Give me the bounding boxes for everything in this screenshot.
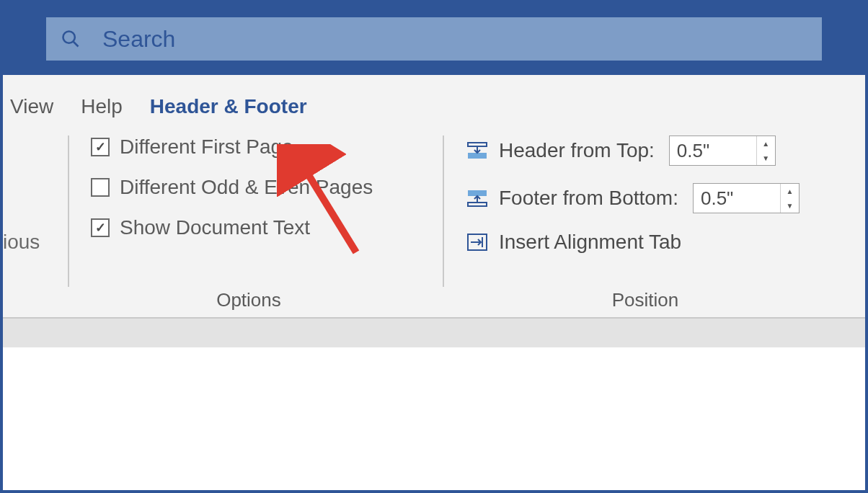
different-odd-even-row[interactable]: Different Odd & Even Pages — [91, 176, 414, 199]
tab-view[interactable]: View — [3, 91, 74, 123]
search-box[interactable]: Search — [46, 17, 822, 61]
header-from-top-value[interactable]: 0.5" — [670, 136, 756, 165]
show-document-text-checkbox[interactable]: ✓ — [91, 218, 110, 237]
footer-from-bottom-row: Footer from Bottom: 0.5" ▲ ▼ — [466, 183, 832, 213]
tab-header-footer[interactable]: Header & Footer — [143, 91, 327, 123]
ribbon: ious ✓ Different First Page Different Od… — [3, 123, 865, 319]
footer-from-bottom-up[interactable]: ▲ — [781, 184, 799, 198]
show-document-text-label: Show Document Text — [120, 216, 310, 239]
document-gray-strip — [3, 319, 865, 347]
different-first-page-row[interactable]: ✓ Different First Page — [91, 136, 414, 159]
footer-from-bottom-label: Footer from Bottom: — [499, 187, 678, 210]
header-from-top-label: Header from Top: — [499, 139, 655, 162]
header-from-top-up[interactable]: ▲ — [757, 136, 775, 151]
different-odd-even-label: Different Odd & Even Pages — [120, 176, 373, 199]
show-document-text-row[interactable]: ✓ Show Document Text — [91, 216, 414, 239]
different-first-page-checkbox[interactable]: ✓ — [91, 138, 110, 156]
svg-point-0 — [63, 32, 75, 43]
different-first-page-label: Different First Page — [120, 136, 293, 159]
group-label-position: Position — [444, 289, 846, 311]
group-label-options: Options — [69, 289, 428, 311]
footer-from-bottom-down[interactable]: ▼ — [781, 198, 799, 213]
footer-from-bottom-value[interactable]: 0.5" — [694, 184, 780, 213]
insert-alignment-tab-icon — [466, 232, 489, 252]
title-bar: Search — [3, 3, 865, 75]
insert-alignment-tab-row[interactable]: Insert Alignment Tab — [466, 231, 832, 254]
ribbon-tabs: View Help Header & Footer — [3, 75, 865, 123]
cut-off-text: ious — [3, 231, 40, 254]
insert-alignment-tab-label: Insert Alignment Tab — [499, 231, 681, 254]
search-icon — [61, 29, 81, 49]
header-from-top-row: Header from Top: 0.5" ▲ ▼ — [466, 136, 832, 166]
search-placeholder: Search — [102, 26, 175, 53]
footer-from-bottom-spinner[interactable]: 0.5" ▲ ▼ — [693, 183, 800, 213]
group-position: Header from Top: 0.5" ▲ ▼ — [443, 136, 846, 287]
svg-line-1 — [74, 42, 79, 47]
header-from-top-icon — [466, 141, 489, 161]
svg-rect-6 — [468, 203, 487, 206]
group-options: ✓ Different First Page Different Odd & E… — [68, 136, 428, 287]
svg-rect-2 — [468, 143, 487, 146]
footer-from-bottom-icon — [466, 188, 489, 208]
tab-help[interactable]: Help — [74, 91, 143, 123]
header-from-top-down[interactable]: ▼ — [757, 151, 775, 165]
different-odd-even-checkbox[interactable] — [91, 178, 110, 197]
header-from-top-spinner[interactable]: 0.5" ▲ ▼ — [669, 136, 776, 166]
